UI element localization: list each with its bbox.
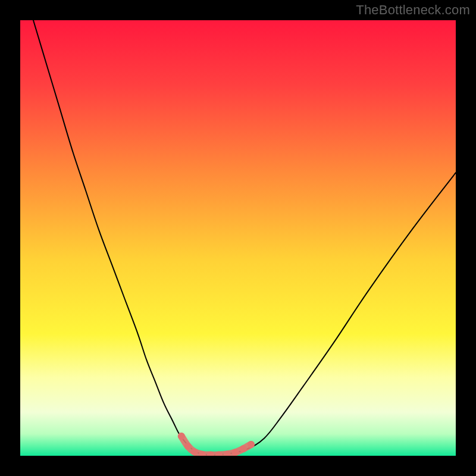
trough-marker xyxy=(178,433,185,440)
watermark-text: TheBottleneck.com xyxy=(356,2,470,18)
chart-border xyxy=(0,0,20,476)
chart-border xyxy=(0,456,476,476)
plot-background xyxy=(20,20,456,456)
trough-marker xyxy=(240,445,247,452)
bottleneck-chart xyxy=(0,0,476,476)
trough-marker xyxy=(232,449,239,456)
chart-frame: TheBottleneck.com xyxy=(0,0,476,476)
trough-marker xyxy=(248,441,255,448)
chart-border xyxy=(456,0,476,476)
trough-marker xyxy=(184,443,192,450)
trough-marker xyxy=(191,448,198,455)
